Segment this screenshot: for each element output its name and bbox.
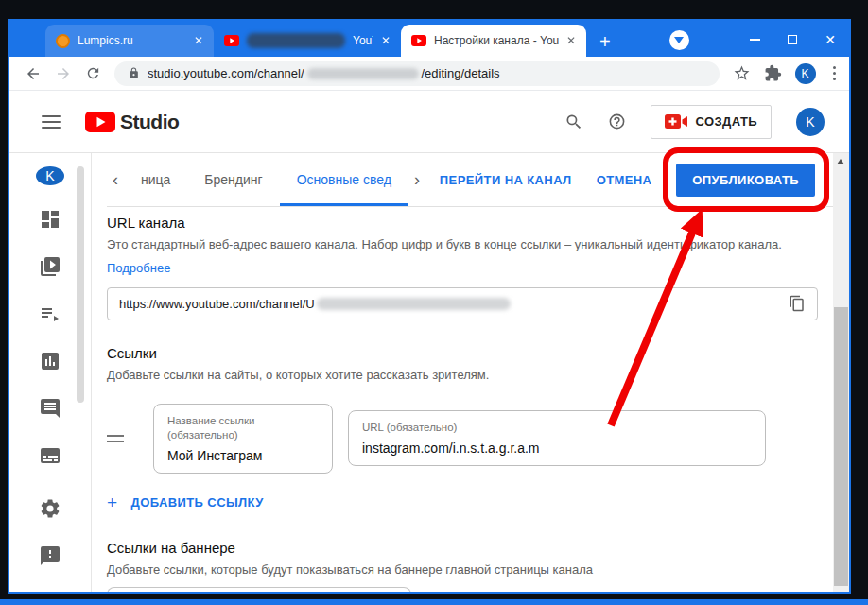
banner-links-description: Добавьте ссылки, которые будут показыват… (107, 562, 818, 579)
address-bar[interactable]: studio.youtube.com/channel//editing/deta… (114, 61, 720, 86)
browser-tab-active[interactable]: Настройки канала - YouTu (401, 25, 586, 57)
publish-button[interactable]: ОПУБЛИКОВАТЬ (676, 164, 815, 197)
youtube-studio-logo[interactable]: Studio (85, 111, 179, 133)
content-videos-icon[interactable] (39, 255, 61, 278)
settings-main: ница Брендинг Основные свед ПЕРЕЙТИ НА К… (92, 153, 833, 592)
tabs-scroll-left-icon[interactable] (107, 170, 124, 190)
channel-url-field[interactable]: https://www.youtube.com/channel/U (107, 287, 818, 320)
analytics-icon[interactable] (39, 350, 61, 372)
tab-search-button[interactable] (669, 30, 689, 50)
dashboard-icon[interactable] (39, 208, 61, 231)
close-tab-icon[interactable] (194, 34, 203, 47)
reload-icon[interactable] (85, 65, 101, 81)
youtube-favicon (411, 35, 426, 46)
censored-tab-title (247, 33, 345, 48)
playlists-icon[interactable] (39, 302, 61, 325)
forward-icon[interactable] (55, 65, 72, 82)
browser-toolbar: studio.youtube.com/channel//editing/deta… (9, 57, 849, 91)
link-url-input[interactable]: URL (обязательно) instagram.com/i.n.s.t.… (348, 410, 766, 466)
tabs-scroll-right-icon[interactable] (408, 170, 425, 190)
minimize-button[interactable] (747, 32, 762, 47)
link-name-input[interactable]: Название ссылки(обязательно) Мой Инстагр… (153, 404, 333, 474)
browser-tab-lumpics[interactable]: Lumpics.ru (45, 25, 214, 57)
tab-branding[interactable]: Брендинг (187, 153, 279, 206)
create-video-icon (665, 113, 687, 130)
search-icon[interactable] (564, 112, 583, 131)
url-text: studio.youtube.com/channel//editing/deta… (148, 66, 500, 80)
tab-partial[interactable]: ница (124, 153, 187, 206)
feedback-icon[interactable] (39, 544, 61, 567)
menu-icon[interactable] (42, 115, 61, 129)
links-description: Добавьте ссылки на сайты, о которых хоти… (107, 367, 818, 385)
learn-more-link[interactable]: Подробнее (107, 261, 818, 275)
scrollbar-thumb[interactable] (834, 307, 848, 586)
censored-channel-id (307, 68, 419, 79)
browser-window: studio.youtube.com/channel//editing/deta… (8, 57, 851, 594)
youtube-favicon (224, 35, 239, 46)
create-button[interactable]: СОЗДАТЬ (651, 105, 772, 139)
browser-menu-icon[interactable] (829, 66, 841, 81)
plus-icon (107, 493, 118, 513)
scroll-up-arrow[interactable] (837, 159, 844, 164)
extensions-puzzle-icon[interactable] (764, 64, 782, 82)
link-item-row: Название ссылки(обязательно) Мой Инстагр… (107, 404, 818, 474)
banner-links-title: Ссылки на баннере (107, 540, 818, 556)
brand-text: Studio (120, 111, 179, 133)
settings-tabs: ница Брендинг Основные свед ПЕРЕЙТИ НА К… (107, 153, 833, 207)
close-tab-icon[interactable] (381, 34, 391, 47)
browser-avatar[interactable]: K (795, 63, 816, 84)
bookmark-star-icon[interactable] (733, 64, 751, 82)
help-icon[interactable] (608, 112, 626, 130)
tab-title: Настройки канала - YouTu (434, 34, 559, 47)
chevron-down-icon (674, 37, 684, 43)
tab-title: Lumpics.ru (78, 34, 186, 47)
new-tab-button[interactable] (599, 32, 611, 51)
channel-url-description: Это стандартный веб-адрес вашего канала.… (107, 236, 818, 254)
page-scrollbar[interactable] (833, 153, 849, 592)
maximize-button[interactable] (785, 32, 800, 47)
link-url-value: instagram.com/i.n.s.t.a.g.r.a.m (362, 441, 752, 456)
tab-basic-info[interactable]: Основные свед (280, 153, 408, 206)
studio-avatar[interactable]: K (796, 108, 825, 136)
youtube-logo-icon (85, 112, 115, 132)
link-name-value: Мой Инстаграм (167, 448, 319, 463)
comments-icon[interactable] (39, 397, 61, 420)
close-tab-icon[interactable] (566, 34, 576, 47)
window-controls (747, 32, 838, 47)
add-link-button[interactable]: ДОБАВИТЬ ССЫЛКУ (107, 493, 818, 513)
back-icon[interactable] (25, 65, 42, 82)
go-to-channel-link[interactable]: ПЕРЕЙТИ НА КАНАЛ (440, 173, 572, 187)
studio-header: Studio СОЗДАТЬ K (9, 91, 849, 153)
censored-channel-id (317, 298, 511, 310)
lock-icon (128, 67, 140, 79)
channel-avatar[interactable]: K (36, 166, 64, 185)
browser-tab-censored[interactable]: YouTu (214, 25, 401, 57)
drag-handle-icon[interactable] (107, 435, 124, 442)
copy-icon[interactable] (789, 295, 806, 312)
links-title: Ссылки (107, 345, 818, 361)
subtitles-icon[interactable] (39, 444, 61, 467)
window-bottom-edge (0, 599, 868, 605)
settings-gear-icon[interactable] (39, 497, 61, 520)
sidebar-scrollbar-thumb[interactable] (77, 166, 84, 403)
studio-sidebar: K (9, 153, 92, 592)
banner-link-input-partial[interactable] (107, 587, 411, 592)
lumpics-favicon (56, 34, 70, 48)
channel-url-value: https://www.youtube.com/channel/U (119, 297, 315, 311)
tab-title: YouTu (353, 34, 373, 47)
channel-url-title: URL канала (107, 215, 818, 231)
cancel-button[interactable]: ОТМЕНА (597, 173, 652, 187)
close-window-button[interactable] (823, 32, 838, 47)
create-label: СОЗДАТЬ (696, 114, 757, 129)
browser-titlebar: Lumpics.ru YouTu Настройки канала - YouT… (8, 19, 851, 57)
